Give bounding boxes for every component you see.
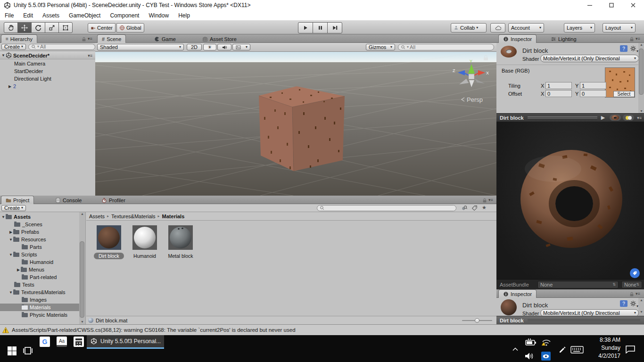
scene-menu-icon[interactable]: ▾≡: [88, 53, 92, 58]
material-preview-header[interactable]: Dirt block ▶ ▾≡: [496, 113, 644, 122]
taskbar-chrome-google-icon[interactable]: G: [40, 337, 50, 347]
touch-keyboard-icon[interactable]: [570, 346, 584, 354]
assetbundle-variant-dropdown[interactable]: None ⇅: [621, 281, 642, 288]
scene-search-input[interactable]: ▾ All: [398, 44, 494, 50]
preview-mesh-button[interactable]: [610, 115, 621, 121]
tree-item-scripts[interactable]: ▼Scripts: [0, 251, 85, 258]
hierarchy-search-input[interactable]: ▾ All: [28, 44, 95, 50]
thumbnail-size-slider-thumb[interactable]: [475, 318, 479, 323]
hierarchy-item-startdecider[interactable]: StartDecider: [0, 67, 95, 75]
asset-label-humanoid[interactable]: Humanoid: [127, 253, 163, 259]
scroll-down-icon[interactable]: ▼: [640, 109, 643, 113]
panel-menu-icon[interactable]: ▾≡: [636, 291, 640, 296]
status-bar[interactable]: Assets/Scripts/Part-related/CWSS.cs(368,…: [0, 324, 644, 335]
foldout-arrow-icon[interactable]: ▶: [8, 230, 13, 234]
layout-dropdown[interactable]: Layout▾: [603, 23, 636, 33]
pivot-center-button[interactable]: Center: [88, 23, 116, 33]
breadcrumb-textures-materials[interactable]: Textures&Materials: [111, 214, 156, 219]
space-global-button[interactable]: Global: [116, 23, 144, 33]
tab-lighting[interactable]: Lighting: [546, 35, 581, 43]
tree-item-textures-materials[interactable]: ▼Textures&Materials: [0, 288, 85, 296]
foldout-arrow-icon[interactable]: ▶: [16, 268, 21, 272]
hierarchy-item-main-camera[interactable]: Main Camera: [0, 60, 95, 67]
scene-audio-toggle[interactable]: [217, 44, 231, 50]
select-texture-button[interactable]: Select: [613, 91, 635, 97]
tab-profiler[interactable]: Profiler: [97, 196, 130, 204]
taskbar-calculator-icon[interactable]: [74, 337, 84, 347]
offset-y-field[interactable]: 0: [580, 90, 606, 97]
2d-toggle-button[interactable]: 2D: [187, 44, 202, 50]
foldout-arrow-icon[interactable]: ▼: [1, 215, 6, 219]
cloud-button[interactable]: [490, 23, 505, 33]
step-button[interactable]: [327, 22, 342, 33]
foldout-arrow-icon[interactable]: ▼: [1, 53, 6, 58]
menu-assets[interactable]: Assets: [38, 12, 64, 19]
hierarchy-create-dropdown[interactable]: Create▾: [1, 44, 26, 50]
pause-button[interactable]: [313, 22, 328, 33]
play-button[interactable]: [298, 22, 313, 33]
volume-icon[interactable]: [524, 352, 535, 361]
preview-drag-handle[interactable]: [528, 116, 597, 119]
tab-game[interactable]: Game: [150, 35, 180, 43]
tree-item-images[interactable]: Images: [0, 296, 85, 304]
persp-label[interactable]: Persp: [467, 96, 483, 103]
tab-console[interactable]: Console: [51, 196, 86, 204]
scale-tool-button[interactable]: [45, 22, 59, 33]
tab-project[interactable]: Project: [1, 196, 34, 204]
minimize-button[interactable]: [579, 0, 601, 10]
asset-thumb-dirt-block[interactable]: [97, 225, 121, 250]
base-texture-thumbnail[interactable]: Select: [605, 67, 635, 98]
menu-window[interactable]: Window: [144, 12, 173, 19]
menu-gameobject[interactable]: GameObject: [64, 12, 105, 19]
menu-edit[interactable]: Edit: [18, 12, 38, 19]
panel-menu-icon[interactable]: ▾≡: [88, 36, 92, 41]
tray-expand-chevron-icon[interactable]: [510, 346, 520, 353]
preview-drag-handle[interactable]: [528, 319, 640, 322]
tree-scrollbar[interactable]: ▲ ▼: [79, 212, 85, 324]
material-preview-header2[interactable]: Dirt block: [496, 316, 644, 324]
scroll-down-icon[interactable]: ▼: [640, 310, 643, 313]
tree-item-menus[interactable]: ▶Menus: [0, 266, 85, 273]
search-by-type-icon[interactable]: [461, 205, 468, 211]
tag-button[interactable]: [630, 268, 640, 278]
scene-viewport[interactable]: X Z Y Persp: [95, 52, 496, 196]
account-dropdown[interactable]: Account▾: [508, 23, 544, 33]
foldout-arrow-icon[interactable]: ▶: [8, 84, 12, 89]
scrollbar-thumb[interactable]: [639, 49, 644, 95]
asset-thumb-humanoid[interactable]: [132, 225, 157, 250]
tab-scene[interactable]: # Scene: [97, 34, 126, 43]
menu-help[interactable]: Help: [173, 12, 195, 19]
action-center-icon[interactable]: [625, 345, 636, 354]
project-search-input[interactable]: [317, 205, 456, 211]
start-button[interactable]: [4, 344, 20, 358]
preview-play-icon[interactable]: ▶: [601, 115, 605, 121]
project-create-dropdown[interactable]: Create▾: [1, 205, 26, 211]
tab-inspector2[interactable]: Inspector: [498, 289, 537, 298]
tab-hierarchy[interactable]: ≡ Hierarchy: [1, 34, 37, 43]
scroll-up-icon[interactable]: ▲: [640, 298, 643, 302]
shading-mode-dropdown[interactable]: Shaded▾: [97, 44, 184, 50]
hierarchy-item-2[interactable]: ▶ 2: [0, 82, 95, 90]
tiling-x-field[interactable]: 1: [545, 82, 572, 89]
foldout-arrow-icon[interactable]: ▼: [8, 253, 13, 257]
favorites-star-icon[interactable]: ★: [482, 205, 487, 211]
eye-protection-icon[interactable]: [541, 352, 551, 361]
maximize-button[interactable]: [601, 0, 622, 10]
tree-item-parts[interactable]: Parts: [0, 243, 85, 251]
tree-item-scenes[interactable]: _Scenes: [0, 221, 85, 228]
collab-dropdown[interactable]: Collab▾: [451, 23, 487, 33]
rotate-tool-button[interactable]: [31, 22, 45, 33]
close-button[interactable]: [622, 0, 644, 10]
asset-label-metal-block[interactable]: Metal block: [163, 253, 198, 259]
tree-item-materials-selected[interactable]: Materials: [0, 304, 85, 311]
lock-icon[interactable]: [482, 197, 487, 203]
lock-icon[interactable]: [629, 36, 635, 42]
asset-thumb-metal-block[interactable]: [168, 225, 193, 250]
tree-item-resources[interactable]: ▼Resources: [0, 236, 85, 243]
hierarchy-item-directional-light[interactable]: Directional Light: [0, 75, 95, 82]
help-icon[interactable]: ?: [620, 45, 627, 52]
tab-inspector[interactable]: Inspector: [498, 34, 537, 43]
breadcrumb-assets[interactable]: Assets: [89, 214, 105, 219]
tree-item-physic-materials[interactable]: Physic Materials: [0, 311, 85, 319]
gear-icon[interactable]: [630, 45, 636, 52]
